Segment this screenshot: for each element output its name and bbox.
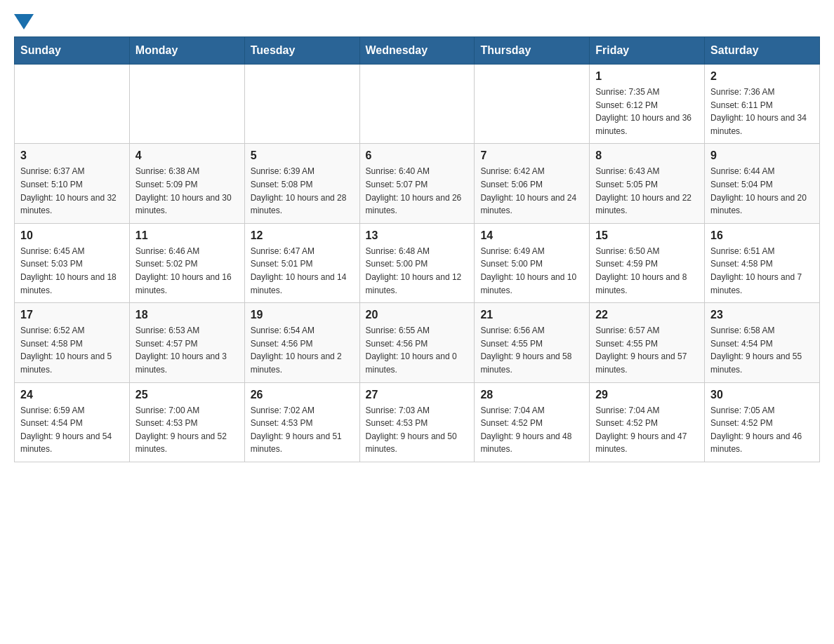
calendar-header-friday: Friday [590, 37, 705, 65]
day-info: Sunrise: 6:39 AMSunset: 5:08 PMDaylight:… [251, 165, 354, 217]
day-info: Sunrise: 6:53 AMSunset: 4:57 PMDaylight:… [135, 324, 239, 376]
calendar-week-row: 3Sunrise: 6:37 AMSunset: 5:10 PMDaylight… [15, 144, 820, 223]
calendar-header-saturday: Saturday [705, 37, 820, 65]
calendar-cell: 15Sunrise: 6:50 AMSunset: 4:59 PMDayligh… [590, 223, 705, 302]
day-number: 27 [366, 389, 469, 401]
calendar-cell: 16Sunrise: 6:51 AMSunset: 4:58 PMDayligh… [705, 223, 820, 302]
logo-triangle-icon [14, 14, 34, 29]
day-info: Sunrise: 6:46 AMSunset: 5:02 PMDaylight:… [135, 245, 239, 297]
day-number: 14 [480, 229, 583, 242]
calendar-cell [475, 65, 590, 144]
calendar-cell [15, 65, 130, 144]
day-number: 20 [366, 309, 469, 321]
day-info: Sunrise: 6:50 AMSunset: 4:59 PMDaylight:… [595, 245, 699, 297]
calendar-cell: 14Sunrise: 6:49 AMSunset: 5:00 PMDayligh… [475, 223, 590, 302]
day-number: 5 [251, 149, 354, 162]
day-info: Sunrise: 6:45 AMSunset: 5:03 PMDaylight:… [20, 245, 124, 297]
day-info: Sunrise: 6:44 AMSunset: 5:04 PMDaylight:… [710, 165, 814, 217]
day-number: 24 [20, 389, 124, 401]
day-number: 22 [595, 309, 699, 321]
calendar-cell: 10Sunrise: 6:45 AMSunset: 5:03 PMDayligh… [15, 223, 130, 302]
calendar-cell: 22Sunrise: 6:57 AMSunset: 4:55 PMDayligh… [590, 303, 705, 382]
day-number: 4 [135, 149, 239, 162]
day-info: Sunrise: 6:59 AMSunset: 4:54 PMDaylight:… [20, 404, 124, 456]
calendar-cell [359, 65, 475, 144]
day-number: 13 [366, 229, 469, 242]
day-number: 18 [135, 309, 239, 321]
day-number: 19 [251, 309, 354, 321]
day-number: 7 [480, 149, 583, 162]
calendar-week-row: 1Sunrise: 7:35 AMSunset: 6:12 PMDaylight… [15, 65, 820, 144]
calendar-cell: 12Sunrise: 6:47 AMSunset: 5:01 PMDayligh… [244, 223, 359, 302]
calendar-cell: 8Sunrise: 6:43 AMSunset: 5:05 PMDaylight… [590, 144, 705, 223]
day-info: Sunrise: 6:55 AMSunset: 4:56 PMDaylight:… [366, 324, 469, 376]
calendar-cell: 29Sunrise: 7:04 AMSunset: 4:52 PMDayligh… [590, 382, 705, 462]
calendar-header-row: SundayMondayTuesdayWednesdayThursdayFrid… [15, 37, 820, 65]
day-number: 15 [595, 229, 699, 242]
day-number: 25 [135, 389, 239, 401]
calendar-cell: 26Sunrise: 7:02 AMSunset: 4:53 PMDayligh… [244, 382, 359, 462]
calendar-header-sunday: Sunday [15, 37, 130, 65]
calendar-cell: 17Sunrise: 6:52 AMSunset: 4:58 PMDayligh… [15, 303, 130, 382]
calendar-header-tuesday: Tuesday [244, 37, 359, 65]
day-number: 10 [20, 229, 124, 242]
day-number: 30 [710, 389, 814, 401]
day-info: Sunrise: 6:38 AMSunset: 5:09 PMDaylight:… [135, 165, 239, 217]
svg-marker-0 [14, 14, 34, 29]
day-info: Sunrise: 6:47 AMSunset: 5:01 PMDaylight:… [251, 245, 354, 297]
calendar-week-row: 10Sunrise: 6:45 AMSunset: 5:03 PMDayligh… [15, 223, 820, 302]
calendar-cell: 28Sunrise: 7:04 AMSunset: 4:52 PMDayligh… [475, 382, 590, 462]
day-number: 17 [20, 309, 124, 321]
calendar-cell: 20Sunrise: 6:55 AMSunset: 4:56 PMDayligh… [359, 303, 475, 382]
day-number: 28 [480, 389, 583, 401]
day-info: Sunrise: 7:02 AMSunset: 4:53 PMDaylight:… [251, 404, 354, 456]
calendar-week-row: 24Sunrise: 6:59 AMSunset: 4:54 PMDayligh… [15, 382, 820, 462]
day-info: Sunrise: 7:04 AMSunset: 4:52 PMDaylight:… [480, 404, 583, 456]
day-info: Sunrise: 7:04 AMSunset: 4:52 PMDaylight:… [595, 404, 699, 456]
calendar-header-wednesday: Wednesday [359, 37, 475, 65]
calendar-week-row: 17Sunrise: 6:52 AMSunset: 4:58 PMDayligh… [15, 303, 820, 382]
calendar-cell: 21Sunrise: 6:56 AMSunset: 4:55 PMDayligh… [475, 303, 590, 382]
calendar-cell: 9Sunrise: 6:44 AMSunset: 5:04 PMDaylight… [705, 144, 820, 223]
calendar-table: SundayMondayTuesdayWednesdayThursdayFrid… [14, 36, 820, 462]
calendar-cell: 24Sunrise: 6:59 AMSunset: 4:54 PMDayligh… [15, 382, 130, 462]
calendar-cell: 27Sunrise: 7:03 AMSunset: 4:53 PMDayligh… [359, 382, 475, 462]
calendar-cell: 7Sunrise: 6:42 AMSunset: 5:06 PMDaylight… [475, 144, 590, 223]
logo [14, 14, 34, 29]
day-number: 2 [710, 70, 814, 83]
day-info: Sunrise: 7:35 AMSunset: 6:12 PMDaylight:… [595, 86, 699, 137]
day-number: 3 [20, 149, 124, 162]
day-info: Sunrise: 6:37 AMSunset: 5:10 PMDaylight:… [20, 165, 124, 217]
day-number: 29 [595, 389, 699, 401]
day-number: 9 [710, 149, 814, 162]
calendar-cell: 19Sunrise: 6:54 AMSunset: 4:56 PMDayligh… [244, 303, 359, 382]
day-info: Sunrise: 6:48 AMSunset: 5:00 PMDaylight:… [366, 245, 469, 297]
calendar-cell: 11Sunrise: 6:46 AMSunset: 5:02 PMDayligh… [129, 223, 244, 302]
day-info: Sunrise: 7:05 AMSunset: 4:52 PMDaylight:… [710, 404, 814, 456]
day-info: Sunrise: 6:51 AMSunset: 4:58 PMDaylight:… [710, 245, 814, 297]
day-info: Sunrise: 6:52 AMSunset: 4:58 PMDaylight:… [20, 324, 124, 376]
day-number: 16 [710, 229, 814, 242]
calendar-cell: 1Sunrise: 7:35 AMSunset: 6:12 PMDaylight… [590, 65, 705, 144]
day-number: 11 [135, 229, 239, 242]
day-number: 26 [251, 389, 354, 401]
calendar-cell: 6Sunrise: 6:40 AMSunset: 5:07 PMDaylight… [359, 144, 475, 223]
day-info: Sunrise: 6:49 AMSunset: 5:00 PMDaylight:… [480, 245, 583, 297]
calendar-cell [129, 65, 244, 144]
calendar-cell: 2Sunrise: 7:36 AMSunset: 6:11 PMDaylight… [705, 65, 820, 144]
day-info: Sunrise: 7:00 AMSunset: 4:53 PMDaylight:… [135, 404, 239, 456]
day-info: Sunrise: 6:40 AMSunset: 5:07 PMDaylight:… [366, 165, 469, 217]
calendar-cell: 18Sunrise: 6:53 AMSunset: 4:57 PMDayligh… [129, 303, 244, 382]
calendar-cell: 5Sunrise: 6:39 AMSunset: 5:08 PMDaylight… [244, 144, 359, 223]
day-number: 21 [480, 309, 583, 321]
day-info: Sunrise: 6:54 AMSunset: 4:56 PMDaylight:… [251, 324, 354, 376]
day-info: Sunrise: 6:56 AMSunset: 4:55 PMDaylight:… [480, 324, 583, 376]
calendar-cell: 4Sunrise: 6:38 AMSunset: 5:09 PMDaylight… [129, 144, 244, 223]
calendar-header-thursday: Thursday [475, 37, 590, 65]
day-number: 1 [595, 70, 699, 83]
page-header [14, 14, 820, 29]
day-info: Sunrise: 7:03 AMSunset: 4:53 PMDaylight:… [366, 404, 469, 456]
calendar-cell [244, 65, 359, 144]
day-info: Sunrise: 6:57 AMSunset: 4:55 PMDaylight:… [595, 324, 699, 376]
calendar-header-monday: Monday [129, 37, 244, 65]
